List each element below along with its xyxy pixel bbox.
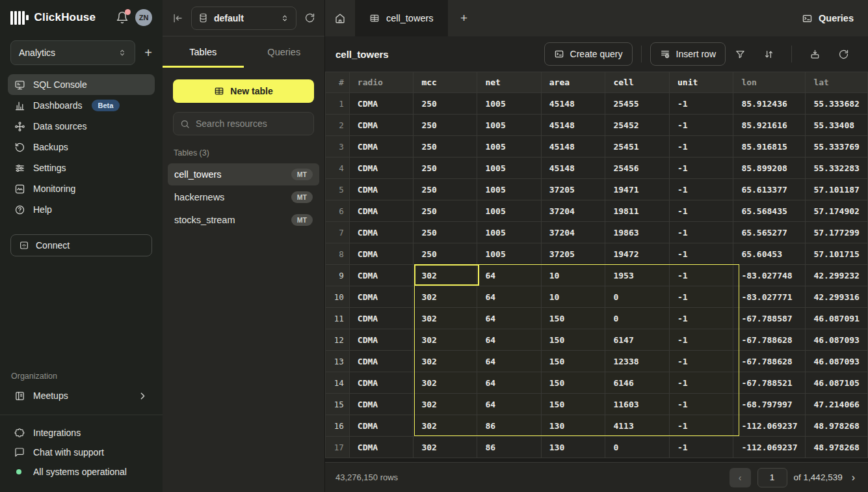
cell-cell-r7[interactable]: 19863 <box>605 222 670 243</box>
row-index-header[interactable]: # <box>326 72 350 93</box>
cell-unit-r17[interactable]: -1 <box>670 437 733 458</box>
cell-cell-r3[interactable]: 25451 <box>605 136 670 157</box>
cell-lon-r14[interactable]: -67.788521 <box>733 372 806 394</box>
cell-radio-r13[interactable]: CDMA <box>349 351 414 372</box>
column-header-mcc[interactable]: mcc <box>414 72 477 93</box>
sidebar-item-help[interactable]: Help <box>8 199 155 220</box>
filter-icon[interactable] <box>729 43 751 65</box>
cell-radio-r1[interactable]: CDMA <box>349 93 414 115</box>
row-number[interactable]: 4 <box>326 157 350 179</box>
cell-cell-r9[interactable]: 1953 <box>605 265 670 286</box>
cell-lon-r17[interactable]: -112.069237 <box>733 437 806 458</box>
row-number[interactable]: 2 <box>326 115 350 136</box>
row-number[interactable]: 15 <box>326 394 350 415</box>
row-number[interactable]: 6 <box>326 200 350 222</box>
cell-net-r7[interactable]: 1005 <box>477 222 541 243</box>
cell-mcc-r1[interactable]: 250 <box>414 93 477 115</box>
cell-lat-r9[interactable]: 42.299232 <box>806 265 868 286</box>
column-header-cell[interactable]: cell <box>605 72 670 93</box>
cell-area-r2[interactable]: 45148 <box>541 115 605 136</box>
cell-cell-r11[interactable]: 0 <box>605 308 670 329</box>
cell-mcc-r3[interactable]: 250 <box>414 136 477 157</box>
cell-net-r11[interactable]: 64 <box>477 308 541 329</box>
cell-mcc-r16[interactable]: 302 <box>414 415 477 437</box>
row-number[interactable]: 11 <box>326 308 350 329</box>
cell-unit-r4[interactable]: -1 <box>670 157 733 179</box>
cell-radio-r14[interactable]: CDMA <box>349 372 414 394</box>
cell-lat-r1[interactable]: 55.333682 <box>806 93 868 115</box>
cell-unit-r3[interactable]: -1 <box>670 136 733 157</box>
cell-lat-r17[interactable]: 48.978268 <box>806 437 868 458</box>
cell-lon-r2[interactable]: 85.921616 <box>733 115 806 136</box>
add-workspace-button[interactable]: + <box>144 46 152 59</box>
cell-lon-r9[interactable]: -83.027748 <box>733 265 806 286</box>
cell-area-r10[interactable]: 10 <box>541 286 605 308</box>
cell-area-r5[interactable]: 37205 <box>541 179 605 200</box>
workspace-selector[interactable]: Analytics <box>10 40 135 65</box>
cell-area-r1[interactable]: 45148 <box>541 93 605 115</box>
cell-unit-r5[interactable]: -1 <box>670 179 733 200</box>
cell-mcc-r2[interactable]: 250 <box>414 115 477 136</box>
cell-net-r16[interactable]: 86 <box>477 415 541 437</box>
cell-area-r6[interactable]: 37204 <box>541 200 605 222</box>
cell-net-r5[interactable]: 1005 <box>477 179 541 200</box>
cell-lat-r13[interactable]: 46.087093 <box>806 351 868 372</box>
create-query-button[interactable]: Create query <box>544 42 633 66</box>
cell-cell-r14[interactable]: 6146 <box>605 372 670 394</box>
cell-lat-r2[interactable]: 55.33408 <box>806 115 868 136</box>
cell-cell-r17[interactable]: 0 <box>605 437 670 458</box>
database-selector[interactable]: default <box>191 7 296 30</box>
cell-radio-r6[interactable]: CDMA <box>349 200 414 222</box>
cell-lat-r16[interactable]: 48.978268 <box>806 415 868 437</box>
cell-unit-r16[interactable]: -1 <box>670 415 733 437</box>
new-table-button[interactable]: New table <box>173 79 314 103</box>
table-list-item-cell-towers[interactable]: cell_towersMT <box>168 163 319 185</box>
row-number[interactable]: 9 <box>326 265 350 286</box>
column-header-unit[interactable]: unit <box>670 72 733 93</box>
cell-cell-r4[interactable]: 25456 <box>605 157 670 179</box>
column-header-radio[interactable]: radio <box>349 72 414 93</box>
org-item-meetups[interactable]: Meetups <box>8 385 155 407</box>
cell-radio-r2[interactable]: CDMA <box>349 115 414 136</box>
cell-area-r7[interactable]: 37204 <box>541 222 605 243</box>
cell-lat-r4[interactable]: 55.332283 <box>806 157 868 179</box>
cell-lat-r6[interactable]: 57.174902 <box>806 200 868 222</box>
cell-mcc-r5[interactable]: 250 <box>414 179 477 200</box>
cell-net-r14[interactable]: 64 <box>477 372 541 394</box>
cell-lon-r10[interactable]: -83.027771 <box>733 286 806 308</box>
cell-unit-r2[interactable]: -1 <box>670 115 733 136</box>
cell-cell-r10[interactable]: 0 <box>605 286 670 308</box>
next-page-button[interactable]: › <box>849 472 858 484</box>
cell-cell-r16[interactable]: 4113 <box>605 415 670 437</box>
cell-unit-r6[interactable]: -1 <box>670 200 733 222</box>
cell-mcc-r12[interactable]: 302 <box>414 329 477 351</box>
cell-lon-r1[interactable]: 85.912436 <box>733 93 806 115</box>
column-header-area[interactable]: area <box>541 72 605 93</box>
cell-area-r8[interactable]: 37205 <box>541 243 605 265</box>
cell-radio-r3[interactable]: CDMA <box>349 136 414 157</box>
cell-cell-r5[interactable]: 19471 <box>605 179 670 200</box>
column-header-lat[interactable]: lat <box>806 72 868 93</box>
queries-button[interactable]: Queries <box>802 0 868 36</box>
cell-cell-r1[interactable]: 25455 <box>605 93 670 115</box>
explorer-tab-queries[interactable]: Queries <box>244 36 325 68</box>
cell-cell-r6[interactable]: 19811 <box>605 200 670 222</box>
doc-tab-cell-towers[interactable]: cell_towers <box>355 0 448 36</box>
sidebar-item-dashboards[interactable]: DashboardsBeta <box>8 95 155 116</box>
cell-unit-r14[interactable]: -1 <box>670 372 733 394</box>
cell-net-r17[interactable]: 86 <box>477 437 541 458</box>
cell-lon-r4[interactable]: 85.899208 <box>733 157 806 179</box>
cell-mcc-r9[interactable]: 302 <box>414 265 477 286</box>
cell-area-r14[interactable]: 150 <box>541 372 605 394</box>
download-icon[interactable] <box>804 43 826 65</box>
cell-lon-r15[interactable]: -68.797997 <box>733 394 806 415</box>
cell-radio-r11[interactable]: CDMA <box>349 308 414 329</box>
cell-area-r11[interactable]: 150 <box>541 308 605 329</box>
cell-lon-r7[interactable]: 65.565277 <box>733 222 806 243</box>
cell-radio-r12[interactable]: CDMA <box>349 329 414 351</box>
cell-cell-r13[interactable]: 12338 <box>605 351 670 372</box>
cell-lon-r12[interactable]: -67.788628 <box>733 329 806 351</box>
refresh-grid-icon[interactable] <box>832 43 854 65</box>
row-number[interactable]: 16 <box>326 415 350 437</box>
cell-net-r1[interactable]: 1005 <box>477 93 541 115</box>
